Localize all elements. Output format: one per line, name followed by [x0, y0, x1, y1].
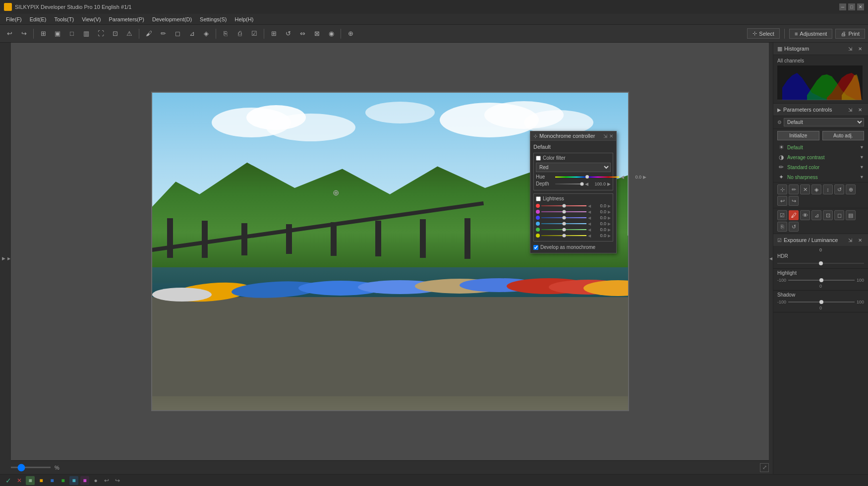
- tool-rotate[interactable]: ↺: [834, 184, 844, 194]
- hdr-thumb[interactable]: [819, 261, 823, 265]
- select-button[interactable]: ⊹ Select: [747, 28, 780, 39]
- lr-green-dec[interactable]: ◀: [588, 228, 591, 232]
- tool-crop[interactable]: ↕: [823, 184, 833, 194]
- depth-decrease-btn[interactable]: ◀: [585, 182, 588, 186]
- lr-thumb-blue[interactable]: [562, 216, 566, 220]
- lightness-checkbox[interactable]: [536, 196, 541, 201]
- color-filter-checkbox[interactable]: [536, 156, 541, 161]
- print-button[interactable]: 🖨 Print: [835, 29, 865, 39]
- lr-orange-dec[interactable]: ◀: [588, 210, 591, 214]
- copy-btn[interactable]: ⎘: [219, 27, 232, 40]
- tool-undo[interactable]: ↩: [777, 196, 787, 206]
- pen-btn[interactable]: ✏: [157, 27, 170, 40]
- menu-settings[interactable]: Settings(S): [196, 15, 231, 23]
- view-btn-6[interactable]: ⊡: [109, 27, 121, 40]
- tool-pen[interactable]: ✏: [789, 184, 799, 194]
- zoom-btn[interactable]: ⊕: [344, 27, 357, 40]
- highlight-slider-container[interactable]: [788, 277, 855, 284]
- undo-button[interactable]: ↩: [3, 27, 16, 40]
- lr-yellow-dec[interactable]: ◀: [588, 234, 591, 238]
- check-btn[interactable]: ☑: [248, 27, 261, 40]
- clone-btn[interactable]: ◈: [200, 27, 213, 40]
- menu-tools[interactable]: Tools(T): [50, 15, 78, 23]
- hue-decrease-btn[interactable]: ◀: [621, 175, 624, 180]
- lr-thumb-orange[interactable]: [562, 210, 566, 214]
- hue-slider[interactable]: [555, 177, 619, 178]
- lr-cyan-dec[interactable]: ◀: [588, 222, 591, 226]
- paste-btn[interactable]: ⎙: [233, 27, 246, 40]
- tool-clone[interactable]: ◈: [811, 184, 821, 194]
- lr-thumb-yellow[interactable]: [562, 234, 566, 238]
- bottom-undo-icon[interactable]: ↩: [102, 476, 111, 485]
- depth-increase-btn[interactable]: ▶: [607, 182, 611, 186]
- mono-expand-btn[interactable]: ⇲: [603, 133, 607, 139]
- tool-bucket[interactable]: ⊡: [823, 210, 833, 220]
- view-btn-5[interactable]: ⛶: [94, 27, 107, 40]
- lr-thumb-cyan[interactable]: [562, 222, 566, 226]
- view-btn-3[interactable]: □: [65, 27, 78, 40]
- tool-layers[interactable]: ▤: [846, 210, 856, 220]
- lens-btn[interactable]: ◉: [325, 27, 338, 40]
- lr-red-inc[interactable]: ▶: [608, 204, 611, 208]
- contrast-expand[interactable]: ▼: [860, 155, 864, 160]
- params-close[interactable]: ✕: [856, 106, 864, 114]
- fullscreen-button[interactable]: ⤢: [760, 463, 769, 472]
- maximize-button[interactable]: □: [848, 3, 855, 10]
- adjustment-button[interactable]: ≡ Adjustment: [789, 29, 832, 39]
- left-scroll-indicator[interactable]: ▶: [7, 43, 11, 474]
- menu-view[interactable]: View(V): [78, 15, 105, 23]
- highlight-thumb[interactable]: [819, 278, 823, 282]
- view-btn-4[interactable]: ▥: [80, 27, 93, 40]
- tool-eyeshow[interactable]: 👁: [800, 210, 810, 220]
- menu-edit[interactable]: Edit(E): [26, 15, 51, 23]
- tool-brush-active[interactable]: 🖊: [789, 210, 799, 220]
- menu-help[interactable]: Help(H): [231, 15, 258, 23]
- lr-yellow-inc[interactable]: ▶: [608, 234, 611, 238]
- lr-green-inc[interactable]: ▶: [608, 228, 611, 232]
- minimize-button[interactable]: ─: [839, 3, 846, 10]
- shadow-thumb[interactable]: [819, 300, 823, 304]
- auto-adj-button[interactable]: Auto adj.: [822, 131, 865, 140]
- develop-mono-checkbox[interactable]: [533, 245, 538, 250]
- bottom-icon-5[interactable]: ■: [48, 476, 57, 485]
- color-filter-select[interactable]: Red Orange Yellow Green Blue: [536, 163, 611, 172]
- sharpness-expand[interactable]: ▼: [860, 175, 864, 180]
- tool-eyedropper[interactable]: ⊹: [777, 184, 787, 194]
- bottom-icon-7[interactable]: ■: [69, 476, 78, 485]
- histogram-close[interactable]: ✕: [856, 45, 864, 53]
- preset-select[interactable]: Default: [784, 118, 864, 126]
- exposure-expand[interactable]: ⇲: [846, 236, 854, 244]
- color-expand[interactable]: ▼: [860, 165, 864, 170]
- menu-file[interactable]: File(F): [2, 15, 26, 23]
- eraser-btn[interactable]: ◻: [171, 27, 184, 40]
- tool-lens-correct[interactable]: ⊕: [846, 184, 856, 194]
- initialize-button[interactable]: Initialize: [777, 131, 819, 140]
- tool-refresh[interactable]: ↺: [789, 222, 799, 232]
- shadow-slider-container[interactable]: [788, 299, 855, 305]
- close-button[interactable]: ✕: [857, 3, 864, 10]
- lr-thumb-green[interactable]: [562, 228, 566, 232]
- view-btn-7[interactable]: ⚠: [123, 27, 136, 40]
- bottom-redo-icon[interactable]: ↪: [113, 476, 122, 485]
- bottom-icon-9[interactable]: ●: [91, 476, 100, 485]
- lr-orange-inc[interactable]: ▶: [608, 210, 611, 214]
- view-btn-1[interactable]: ⊞: [37, 27, 50, 40]
- lr-cyan-inc[interactable]: ▶: [608, 222, 611, 226]
- redo-button[interactable]: ↪: [17, 27, 30, 40]
- tool-stamp[interactable]: ✕: [800, 184, 810, 194]
- bottom-check-icon[interactable]: ✓: [4, 476, 13, 485]
- view-btn-2[interactable]: ▣: [51, 27, 64, 40]
- tool-check[interactable]: ☑: [777, 210, 787, 220]
- flip-btn[interactable]: ⇔: [296, 27, 309, 40]
- mono-close-btn[interactable]: ✕: [609, 133, 613, 139]
- params-expand[interactable]: ⇲: [846, 106, 854, 114]
- left-panel-toggle[interactable]: ▶: [0, 43, 7, 474]
- exposure-close[interactable]: ✕: [856, 236, 864, 244]
- lr-blue-inc[interactable]: ▶: [608, 216, 611, 220]
- lr-red-dec[interactable]: ◀: [588, 204, 591, 208]
- tool-dropper2[interactable]: ⊿: [811, 210, 821, 220]
- hue-increase-btn[interactable]: ▶: [643, 175, 646, 180]
- tool-eraser[interactable]: ◻: [834, 210, 844, 220]
- histogram-expand[interactable]: ⇲: [846, 45, 854, 53]
- rotate-btn[interactable]: ↺: [282, 27, 294, 40]
